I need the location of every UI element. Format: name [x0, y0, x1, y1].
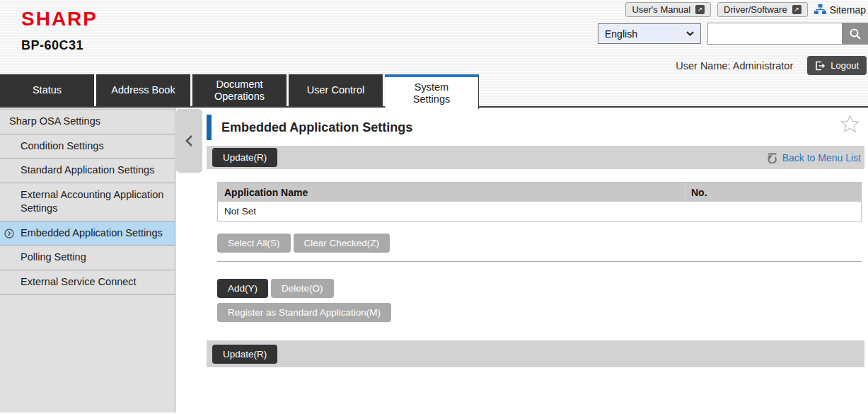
driver-software-label: Driver/Software — [724, 4, 787, 15]
toolbar-bottom: Update(R) — [207, 340, 864, 367]
sidebar-item-external-accounting-application-settings[interactable]: External Accounting Application Settings — [0, 183, 175, 222]
sidebar-item-embedded-application-settings[interactable]: Embedded Application Settings — [0, 222, 175, 246]
tab-document-operations[interactable]: Document Operations — [192, 74, 287, 106]
content-inner: Application Name No. Not Set Select All(… — [217, 182, 862, 322]
model-name: BP-60C31 — [21, 38, 98, 53]
sidebar-item-polling-setting[interactable]: Polling Setting — [0, 246, 175, 270]
tab-bar: Status Address Book Document Operations … — [0, 74, 868, 108]
tab-status[interactable]: Status — [0, 74, 94, 106]
chevron-left-icon — [185, 134, 194, 147]
table-header-row: Application Name No. — [218, 183, 861, 202]
tab-bar-filler — [481, 74, 868, 106]
language-selected-value: English — [605, 28, 637, 40]
sidebar-item-label: Standard Application Settings — [21, 164, 154, 176]
body: Sharp OSA Settings Condition Settings St… — [0, 108, 868, 413]
sidebar-item-standard-application-settings[interactable]: Standard Application Settings — [0, 159, 175, 183]
search-box — [707, 23, 868, 45]
selected-arrow-icon — [4, 229, 14, 243]
header-user-row: User Name: Administrator Logout — [676, 56, 867, 75]
add-button[interactable]: Add(Y) — [217, 279, 268, 298]
tab-label: Operations — [214, 91, 265, 103]
toolbar-top: Update(R) Back to Menu List — [207, 146, 864, 169]
search-button[interactable] — [842, 23, 868, 45]
clear-checked-button[interactable]: Clear Checked(Z) — [294, 234, 390, 253]
title-row: Embedded Application Settings — [207, 112, 868, 143]
register-button-row: Register as Standard Application(M) — [217, 303, 862, 322]
tab-address-book[interactable]: Address Book — [96, 74, 190, 106]
header-links-row: User's Manual ↗ Driver/Software ↗ Sitema… — [625, 2, 866, 17]
tab-label: Status — [33, 84, 62, 96]
back-to-menu-link[interactable]: Back to Menu List — [766, 152, 861, 163]
search-icon — [849, 28, 862, 40]
column-header-application-name: Application Name — [218, 183, 685, 202]
tab-label: User Control — [307, 84, 364, 96]
users-manual-label: User's Manual — [632, 4, 690, 15]
sharp-logo: SHARP — [21, 8, 98, 30]
update-button-top[interactable]: Update(R) — [212, 148, 277, 167]
logout-icon — [815, 61, 826, 71]
sidebar-item-sharp-osa-settings[interactable]: Sharp OSA Settings — [0, 109, 175, 134]
favorite-star-icon[interactable] — [840, 114, 860, 137]
tab-user-control[interactable]: User Control — [289, 74, 383, 106]
application-table: Application Name No. Not Set — [217, 182, 862, 222]
update-button-bottom[interactable]: Update(R) — [212, 345, 277, 364]
sidebar-collapse-button[interactable] — [176, 109, 202, 173]
register-as-standard-application-button[interactable]: Register as Standard Application(M) — [217, 303, 391, 322]
search-input[interactable] — [707, 23, 842, 45]
sitemap-link[interactable]: Sitemap — [814, 4, 866, 16]
select-all-button[interactable]: Select All(S) — [217, 234, 291, 253]
sidebar-item-condition-settings[interactable]: Condition Settings — [0, 134, 175, 159]
tab-label: Document — [216, 79, 262, 91]
selection-buttons-row: Select All(S) Clear Checked(Z) — [217, 234, 862, 253]
delete-button[interactable]: Delete(O) — [271, 279, 334, 298]
title-accent-bar — [207, 115, 212, 140]
sidebar-item-label: Sharp OSA Settings — [9, 115, 100, 127]
sitemap-icon — [814, 4, 826, 15]
header-tools-row: English — [598, 23, 868, 45]
tab-label: Settings — [413, 93, 450, 105]
brand-block: SHARP BP-60C31 — [21, 8, 98, 53]
sidebar-item-label: Embedded Application Settings — [21, 227, 163, 238]
logout-label: Logout — [831, 60, 859, 71]
table-row[interactable]: Not Set — [218, 202, 861, 221]
sidebar-item-label: External Accounting Application Settings — [21, 189, 163, 214]
separator-line — [217, 261, 862, 262]
add-delete-buttons-row: Add(Y) Delete(O) — [217, 279, 862, 298]
back-to-menu-label: Back to Menu List — [782, 152, 861, 163]
chevron-down-icon — [686, 31, 694, 36]
return-arrow-icon — [766, 152, 778, 163]
header-right: User's Manual ↗ Driver/Software ↗ Sitema… — [598, 0, 868, 75]
cell-application-name: Not Set — [218, 206, 685, 217]
language-select[interactable]: English — [598, 23, 701, 44]
sidebar-item-external-service-connect[interactable]: External Service Connect — [0, 270, 175, 295]
sidebar-item-label: Polling Setting — [21, 251, 86, 263]
sidebar: Sharp OSA Settings Condition Settings St… — [0, 108, 175, 413]
tab-label: System — [415, 81, 449, 93]
tab-label: Address Book — [111, 84, 175, 96]
sidebar-item-label: External Service Connect — [21, 276, 137, 287]
column-header-no: No. — [685, 183, 861, 202]
user-name-label: User Name: Administrator — [676, 60, 793, 71]
users-manual-button[interactable]: User's Manual ↗ — [625, 2, 711, 17]
main-content: Embedded Application Settings Update(R) … — [175, 108, 868, 413]
sitemap-label: Sitemap — [830, 4, 866, 16]
page-title: Embedded Application Settings — [221, 120, 412, 135]
sidebar-item-label: Condition Settings — [21, 140, 104, 151]
tab-system-settings[interactable]: System Settings — [385, 74, 479, 109]
logout-button[interactable]: Logout — [807, 56, 867, 75]
header: SHARP BP-60C31 User's Manual ↗ Driver/So… — [0, 0, 868, 74]
external-link-icon: ↗ — [792, 5, 802, 14]
driver-software-button[interactable]: Driver/Software ↗ — [717, 2, 808, 17]
external-link-icon: ↗ — [695, 5, 705, 14]
page: SHARP BP-60C31 User's Manual ↗ Driver/So… — [0, 0, 868, 414]
